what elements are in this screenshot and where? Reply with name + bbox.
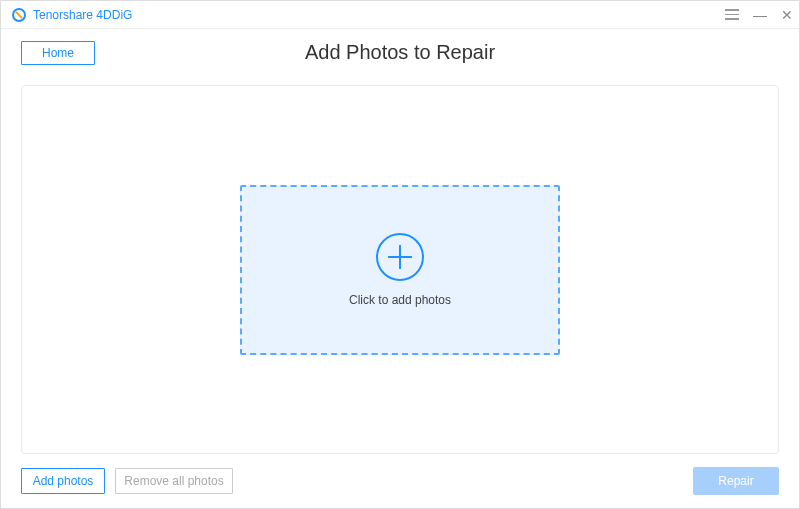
repair-button[interactable]: Repair	[693, 467, 779, 495]
add-photos-button[interactable]: Add photos	[21, 468, 105, 494]
app-window: Tenorshare 4DDiG — ✕ Home Add Photos to …	[0, 0, 800, 509]
remove-all-button[interactable]: Remove all photos	[115, 468, 233, 494]
titlebar: Tenorshare 4DDiG — ✕	[1, 1, 799, 29]
plus-icon	[376, 233, 424, 281]
add-photos-dropzone[interactable]: Click to add photos	[240, 185, 560, 355]
minimize-button[interactable]: —	[753, 8, 767, 22]
menu-icon[interactable]	[725, 9, 739, 20]
footer-left-group: Add photos Remove all photos	[21, 468, 233, 494]
header-row: Home Add Photos to Repair	[1, 29, 799, 75]
app-title: Tenorshare 4DDiG	[33, 8, 132, 22]
page-title: Add Photos to Repair	[1, 41, 799, 64]
app-logo-icon	[11, 7, 27, 23]
footer-bar: Add photos Remove all photos Repair	[1, 454, 799, 508]
home-button[interactable]: Home	[21, 41, 95, 65]
close-button[interactable]: ✕	[781, 8, 793, 22]
title-left: Tenorshare 4DDiG	[11, 7, 132, 23]
window-controls: — ✕	[725, 8, 793, 22]
main-panel: Click to add photos	[21, 85, 779, 454]
dropzone-caption: Click to add photos	[349, 293, 451, 307]
